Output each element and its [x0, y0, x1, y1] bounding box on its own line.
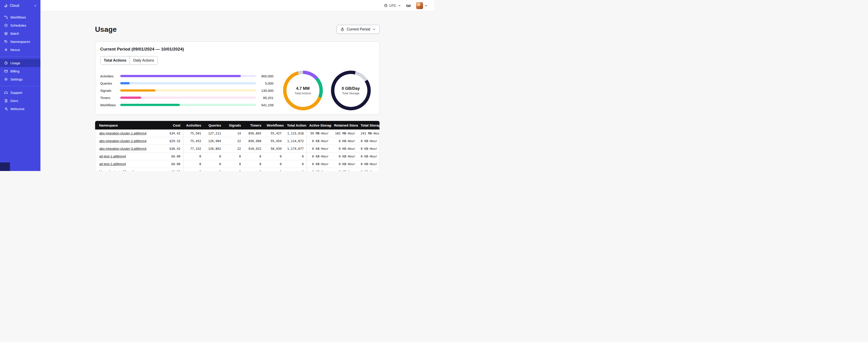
sidebar-item-schedules[interactable]: Schedules: [0, 21, 40, 29]
bar-track: [120, 75, 256, 77]
total-storage-donut-center: 0 GB/DayTotal Storage: [334, 74, 367, 107]
sidebar-item-support[interactable]: Support: [0, 89, 40, 97]
bar-value: 5,000: [256, 81, 274, 85]
bar-label: Timers: [100, 96, 120, 100]
bar-fill: [120, 75, 241, 77]
bar-row-workflows: Workflows541,109: [100, 101, 274, 108]
sidebar-item-label: Settings: [10, 77, 23, 81]
sidebar-item-settings[interactable]: Settings: [0, 75, 40, 83]
labs-toggle[interactable]: [406, 3, 411, 8]
cell-signals: 0: [224, 152, 244, 160]
usage-icon: [4, 61, 8, 65]
tab-daily-actions[interactable]: Daily Actions: [130, 57, 157, 65]
period-selector-button[interactable]: Current Period: [337, 25, 379, 34]
table-row: abs-migration-cluster-3.a98mm4$38.4277,3…: [95, 145, 379, 152]
bar-fill: [120, 104, 180, 106]
usage-summary-card: Current Period (09/01/2024 — 10/01/2024)…: [95, 41, 379, 114]
bar-row-timers: Timers85,201: [100, 94, 274, 101]
namespace-link[interactable]: abs-migration-cluster-3.a98mm4: [99, 147, 147, 150]
bar-label: Workflows: [100, 103, 120, 107]
page-title: Usage: [95, 25, 117, 34]
cell-total-actions: 1,114,872: [284, 137, 307, 145]
col-header-retained-storage: Retained Storage: [332, 121, 358, 130]
sidebar-item-nexus[interactable]: Nexus: [0, 45, 40, 54]
cell-active-storage: 59 MB-Hour: [307, 130, 332, 137]
namespace-link[interactable]: a0-test-2.a98mm4: [99, 162, 126, 166]
timezone-label: UTC: [389, 4, 396, 7]
bar-row-queries: Queries5,000: [100, 80, 274, 87]
cell-total-storage: 0 KB-Hour: [358, 152, 379, 160]
sidebar-collapse-button[interactable]: [33, 4, 37, 8]
total-actions-donut-center: 4.7 MMTotal Actions: [286, 74, 319, 107]
sidebar-group: UsageBillingSettings: [0, 57, 40, 84]
cell-workflows: 55,427: [264, 130, 284, 137]
sidebar-item-usage[interactable]: Usage: [0, 59, 40, 67]
schedules-icon: [4, 23, 8, 27]
col-header-total-actions: Total Actions: [284, 121, 307, 130]
chevron-down-icon: [398, 4, 401, 7]
col-header-namespace: Namespace: [95, 121, 163, 130]
sidebar-brand-label: Cloud: [10, 4, 31, 8]
cell-retained-storage: 182 MB-Hour: [332, 130, 358, 137]
cell-retained-storage: 0 KB-Hour: [332, 137, 358, 145]
sidebar-item-batch[interactable]: Batch: [0, 29, 40, 37]
sidebar-item-label: Workflows: [10, 15, 26, 19]
sidebar-item-label: Schedules: [10, 24, 26, 27]
cell-total-storage: 0 KB-Hour: [358, 137, 379, 145]
bar-track: [120, 104, 256, 106]
col-header-total-storage: Total Storage: [358, 121, 379, 130]
right-column: UTC Usage: [40, 0, 434, 171]
period-selector-label: Current Period: [347, 27, 370, 31]
avatar[interactable]: [416, 2, 423, 9]
sidebar-brand: Cloud: [0, 0, 40, 11]
chevron-down-icon: [425, 4, 428, 7]
app-root: Cloud WorkflowsSchedulesBatchNamespacesN…: [0, 0, 434, 171]
donut-label: Total Actions: [294, 92, 311, 95]
sidebar-item-billing[interactable]: Billing: [0, 67, 40, 75]
namespace-link[interactable]: abs-migration-cluster-2.a98mm4: [99, 139, 147, 143]
sidebar-item-workflows[interactable]: Workflows: [0, 13, 40, 21]
col-header-workflows: Workflows: [264, 121, 284, 130]
col-header-active-storage: Active Storage: [307, 121, 332, 130]
namespace-link[interactable]: abs-migration-cluster-1.a98mm4: [99, 132, 147, 135]
timezone-selector[interactable]: UTC: [383, 4, 401, 8]
cell-total-actions: 1,174,077: [284, 145, 307, 152]
sidebar-item-namespaces[interactable]: Namespaces: [0, 37, 40, 45]
cell-total-storage: 0 KB-Hour: [358, 160, 379, 168]
cell-total-storage: 0 KB-Hour: [358, 168, 379, 171]
bar-value: 900,000: [256, 74, 274, 78]
namespace-link[interactable]: a0-test-1.a98mm4: [99, 155, 126, 158]
sidebar-item-label: Support: [10, 91, 22, 95]
cell-queries: 126,984: [204, 137, 224, 145]
cell-queries: 127,211: [204, 130, 224, 137]
sidebar-item-welcome[interactable]: Welcome: [0, 105, 40, 113]
usage-donuts: 4.7 MMTotal Actions0 GB/DayTotal Storage: [283, 71, 371, 110]
sidebar-item-label: Usage: [10, 61, 20, 65]
cell-workflows: 58,939: [264, 145, 284, 152]
cell-retained-storage: 0 KB-Hour: [332, 160, 358, 168]
docs-icon: [4, 99, 8, 103]
sidebar-item-docs[interactable]: Docs: [0, 97, 40, 105]
cell-total-storage: 241 MB-Hour: [358, 130, 379, 137]
bar-label: Activities: [100, 74, 120, 78]
cell-timers: 0: [244, 160, 264, 168]
cell-workflows: 0: [264, 160, 284, 168]
batch-icon: [4, 31, 8, 35]
account-menu[interactable]: [416, 2, 428, 9]
sidebar-group: WorkflowsSchedulesBatchNamespacesNexus: [0, 12, 40, 55]
bar-value: 130,000: [256, 89, 274, 93]
support-icon: [4, 91, 8, 95]
cell-retained-storage: 0 KB-Hour: [332, 145, 358, 152]
total-storage-donut: 0 GB/DayTotal Storage: [331, 71, 371, 110]
cell-total-actions: 1: [284, 168, 307, 171]
cell-activities: 75,501: [183, 130, 204, 137]
cell-active-storage: 0 KB-Hour: [307, 145, 332, 152]
table-row: a0-test-2.a98mm4$0.000000000 KB-Hour0 KB…: [95, 160, 379, 168]
table-row: abs-migration-cluster-2.a98mm4$29.3275,4…: [95, 137, 379, 145]
table-header-row: NamespaceCostActivitiesQueriesSignalsTim…: [95, 121, 379, 130]
namespace-cell: a0-test-1.a98mm4: [95, 152, 163, 160]
bar-label: Signals: [100, 89, 120, 93]
tab-total-actions[interactable]: Total Actions: [100, 57, 130, 65]
cell-active-storage: 0 KB-Hour: [307, 137, 332, 145]
namespace-link[interactable]: bk-worker-test.a98mm4: [99, 170, 134, 171]
